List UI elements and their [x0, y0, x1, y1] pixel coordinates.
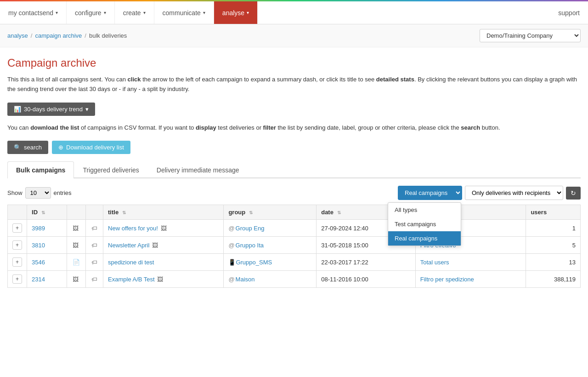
- breadcrumb-analyse[interactable]: analyse: [7, 32, 28, 39]
- dropdown-caret: ▾: [247, 10, 249, 15]
- tab-delivery-immediate[interactable]: Delivery immediate message: [148, 161, 248, 178]
- campaign-id-link[interactable]: 3546: [32, 259, 45, 266]
- expand-cell: +: [8, 271, 27, 288]
- nav-support[interactable]: support: [550, 1, 588, 24]
- title-image-icon: 🖼: [157, 276, 163, 283]
- group-link[interactable]: Maison: [236, 276, 255, 283]
- table-row: + 2314 🖼 🏷 Example A/B Test 🖼 @Maison 08…: [8, 271, 581, 288]
- title-image-icon: 🖼: [152, 242, 158, 249]
- campaign-title-link[interactable]: Example A/B Test: [108, 276, 155, 283]
- group-cell: @Group Eng: [224, 220, 317, 237]
- download-icon: ⊕: [58, 144, 63, 151]
- campaign-type-select[interactable]: All types Test campaigns Real campaigns: [398, 186, 462, 200]
- group-cell: @Maison: [224, 271, 317, 288]
- recipients-filter-select[interactable]: Only deliveries with recipients All deli…: [465, 186, 563, 200]
- mobile-icon: 📱: [228, 259, 236, 266]
- tab-bulk-campaigns[interactable]: Bulk campaigns: [7, 161, 74, 178]
- tag-icon: 🏷: [91, 225, 97, 232]
- group-link[interactable]: Group Eng: [236, 225, 265, 232]
- campaign-id-link[interactable]: 2314: [32, 276, 45, 283]
- icon1-cell: 🖼: [67, 237, 86, 254]
- filter-cell: Total users: [415, 254, 526, 271]
- filter-cell: Filtro per spedizione: [415, 271, 526, 288]
- tag-icon: 🏷: [91, 276, 97, 283]
- trend-button[interactable]: 📊 30-days delivery trend ▾: [7, 103, 95, 116]
- breadcrumb-sep-1: /: [31, 32, 33, 39]
- col-users: users: [526, 205, 581, 220]
- doc-icon: 📄: [73, 259, 80, 266]
- expand-button[interactable]: +: [12, 257, 22, 267]
- dropdown-caret: ▾: [203, 10, 205, 15]
- nav-create[interactable]: create ▾: [115, 1, 154, 24]
- breadcrumb: analyse / campaign archive / bulk delive…: [7, 32, 127, 39]
- col-icon2: [86, 205, 103, 220]
- expand-button[interactable]: +: [12, 223, 22, 233]
- expand-cell: +: [8, 220, 27, 237]
- filter-link[interactable]: Total users: [420, 259, 449, 266]
- page-description: This this a list of all campaigns sent. …: [7, 75, 581, 94]
- page-title: Campaign archive: [7, 57, 581, 69]
- breadcrumb-bar: analyse / campaign archive / bulk delive…: [0, 24, 588, 47]
- expand-button[interactable]: +: [12, 274, 22, 284]
- expand-button[interactable]: +: [12, 240, 22, 250]
- image-icon: 🖼: [73, 225, 79, 232]
- expand-cell: +: [8, 254, 27, 271]
- dropdown-caret: ▾: [56, 10, 58, 15]
- option-test-campaigns[interactable]: Test campaigns: [388, 217, 461, 231]
- campaign-title-link[interactable]: New offers for you!: [108, 225, 158, 232]
- campaign-id-link[interactable]: 3989: [32, 225, 45, 232]
- icon2-cell: 🏷: [86, 254, 103, 271]
- date-cell: 08-11-2016 10:00: [317, 271, 416, 288]
- expand-cell: +: [8, 237, 27, 254]
- tabs: Bulk campaigns Triggered deliveries Deli…: [7, 161, 581, 178]
- caret-icon: ▾: [85, 106, 89, 113]
- dropdown-caret: ▾: [143, 10, 146, 15]
- entries-select[interactable]: 10 25 50 100: [25, 187, 51, 199]
- nav-communicate[interactable]: communicate ▾: [154, 1, 214, 24]
- icon1-cell: 🖼: [67, 220, 86, 237]
- campaign-title-link[interactable]: spedizione di test: [108, 259, 154, 266]
- action-buttons: 🔍 search ⊕ Download delivery list: [7, 141, 581, 154]
- users-cell: 5: [526, 237, 581, 254]
- icon2-cell: 🏷: [86, 220, 103, 237]
- image-icon: 🖼: [73, 276, 79, 283]
- option-real-campaigns[interactable]: Real campaigns: [388, 231, 461, 246]
- nav-configure[interactable]: configure ▾: [67, 1, 115, 24]
- group-link[interactable]: Gruppo Ita: [236, 242, 264, 249]
- title-cell: Example A/B Test 🖼: [103, 271, 224, 288]
- option-all-types[interactable]: All types: [388, 203, 461, 217]
- campaign-title-link[interactable]: Newsletter April: [108, 242, 149, 249]
- company-select[interactable]: Demo/Training Company: [480, 29, 581, 42]
- tab-triggered-deliveries[interactable]: Triggered deliveries: [74, 161, 147, 178]
- col-id[interactable]: ID ⇅: [27, 205, 67, 220]
- icon1-cell: 📄: [67, 254, 86, 271]
- dropdown-caret: ▾: [104, 10, 106, 15]
- filter-link[interactable]: Filtro per spedizione: [420, 276, 474, 283]
- nav-analyse[interactable]: analyse ▾: [214, 1, 258, 24]
- refresh-icon: ↻: [571, 189, 576, 197]
- tag-icon: 🏷: [91, 259, 97, 266]
- col-group[interactable]: group ⇅: [224, 205, 317, 220]
- main-content: Campaign archive This this a list of all…: [0, 47, 588, 297]
- breadcrumb-campaign-archive[interactable]: campaign archive: [35, 32, 82, 39]
- table-row: + 3546 📄 🏷 spedizione di test 📱Gruppo_SM…: [8, 254, 581, 271]
- group-link[interactable]: Gruppo_SMS: [236, 259, 272, 266]
- col-title[interactable]: title ⇅: [103, 205, 224, 220]
- date-cell: 22-03-2017 17:22: [317, 254, 416, 271]
- campaign-type-dropdown-popup: All types Test campaigns Real campaigns: [388, 202, 461, 246]
- id-cell: 3989: [27, 220, 67, 237]
- campaigns-table: ID ⇅ title ⇅ group ⇅ date ⇅ filter users…: [7, 205, 581, 288]
- download-button[interactable]: ⊕ Download delivery list: [52, 141, 130, 154]
- search-icon: 🔍: [14, 144, 21, 151]
- refresh-button[interactable]: ↻: [566, 187, 581, 200]
- nav-my-contactsend[interactable]: my contactsend ▾: [0, 1, 67, 24]
- icon2-cell: 🏷: [86, 237, 103, 254]
- icon2-cell: 🏷: [86, 271, 103, 288]
- col-icon1: [67, 205, 86, 220]
- breadcrumb-sep-2: /: [85, 32, 86, 39]
- title-cell: Newsletter April 🖼: [103, 237, 224, 254]
- campaign-id-link[interactable]: 3810: [32, 242, 45, 249]
- search-button[interactable]: 🔍 search: [7, 141, 48, 154]
- breadcrumb-current: bulk deliveries: [89, 32, 127, 39]
- right-controls: All types Test campaigns Real campaigns …: [398, 186, 581, 200]
